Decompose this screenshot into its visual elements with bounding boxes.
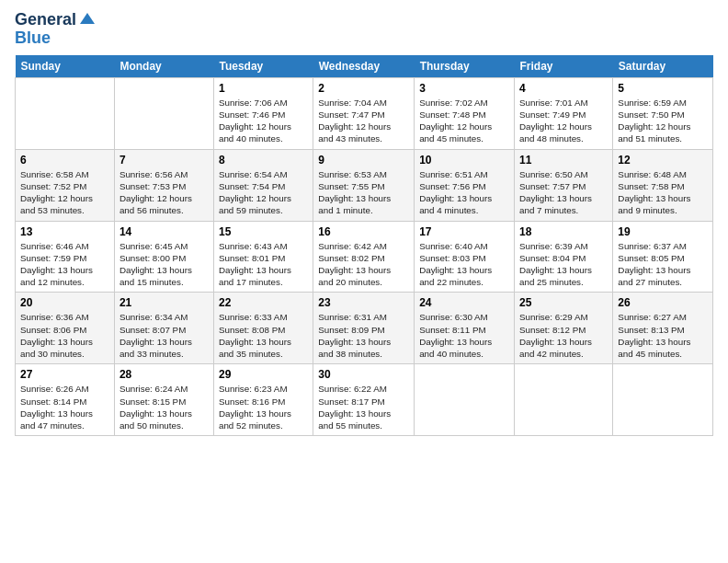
day-info: Sunrise: 6:42 AM Sunset: 8:02 PM Dayligh… (318, 240, 409, 289)
logo-blue-text: Blue (15, 29, 97, 48)
day-cell: 4Sunrise: 7:01 AM Sunset: 7:49 PM Daylig… (515, 77, 613, 149)
day-number: 16 (318, 225, 409, 238)
day-cell: 8Sunrise: 6:54 AM Sunset: 7:54 PM Daylig… (213, 149, 313, 221)
header-row: SundayMondayTuesdayWednesdayThursdayFrid… (16, 55, 713, 78)
col-header-saturday: Saturday (613, 55, 713, 78)
day-info: Sunrise: 6:31 AM Sunset: 8:09 PM Dayligh… (318, 311, 409, 360)
day-cell: 18Sunrise: 6:39 AM Sunset: 8:04 PM Dayli… (515, 221, 613, 293)
week-row-1: 1Sunrise: 7:06 AM Sunset: 7:46 PM Daylig… (16, 77, 713, 149)
day-cell: 25Sunrise: 6:29 AM Sunset: 8:12 PM Dayli… (515, 293, 613, 364)
day-number: 6 (20, 154, 109, 167)
day-info: Sunrise: 6:58 AM Sunset: 7:52 PM Dayligh… (20, 168, 109, 217)
day-info: Sunrise: 6:54 AM Sunset: 7:54 PM Dayligh… (219, 168, 308, 217)
logo-text: General (15, 11, 76, 29)
day-cell: 22Sunrise: 6:33 AM Sunset: 8:08 PM Dayli… (213, 293, 313, 364)
day-cell: 28Sunrise: 6:24 AM Sunset: 8:15 PM Dayli… (114, 364, 213, 436)
day-cell: 19Sunrise: 6:37 AM Sunset: 8:05 PM Dayli… (613, 221, 713, 293)
day-cell: 15Sunrise: 6:43 AM Sunset: 8:01 PM Dayli… (213, 221, 313, 293)
day-cell: 21Sunrise: 6:34 AM Sunset: 8:07 PM Dayli… (114, 293, 213, 364)
day-info: Sunrise: 7:04 AM Sunset: 7:47 PM Dayligh… (318, 97, 409, 145)
day-number: 26 (618, 296, 708, 309)
logo-icon (78, 11, 97, 29)
week-row-5: 27Sunrise: 6:26 AM Sunset: 8:14 PM Dayli… (16, 364, 713, 436)
day-number: 27 (20, 368, 109, 381)
day-cell: 6Sunrise: 6:58 AM Sunset: 7:52 PM Daylig… (16, 149, 115, 221)
col-header-wednesday: Wednesday (313, 55, 415, 78)
svg-marker-0 (80, 13, 95, 24)
day-cell: 1Sunrise: 7:06 AM Sunset: 7:46 PM Daylig… (213, 77, 313, 149)
day-number: 24 (419, 296, 509, 309)
day-number: 8 (219, 154, 308, 167)
day-info: Sunrise: 6:27 AM Sunset: 8:13 PM Dayligh… (618, 311, 708, 360)
day-number: 12 (618, 154, 708, 167)
week-row-4: 20Sunrise: 6:36 AM Sunset: 8:06 PM Dayli… (16, 293, 713, 364)
day-info: Sunrise: 6:39 AM Sunset: 8:04 PM Dayligh… (519, 240, 608, 289)
day-info: Sunrise: 6:26 AM Sunset: 8:14 PM Dayligh… (20, 383, 109, 431)
logo: General Blue (15, 11, 97, 48)
day-info: Sunrise: 6:40 AM Sunset: 8:03 PM Dayligh… (419, 240, 509, 289)
day-info: Sunrise: 6:24 AM Sunset: 8:15 PM Dayligh… (119, 383, 209, 431)
day-cell: 20Sunrise: 6:36 AM Sunset: 8:06 PM Dayli… (16, 293, 115, 364)
day-number: 19 (618, 225, 708, 238)
calendar-table: SundayMondayTuesdayWednesdayThursdayFrid… (15, 55, 713, 436)
day-number: 9 (318, 154, 409, 167)
day-info: Sunrise: 6:50 AM Sunset: 7:57 PM Dayligh… (519, 168, 608, 217)
day-number: 13 (20, 225, 109, 238)
day-number: 30 (318, 368, 409, 381)
day-cell: 26Sunrise: 6:27 AM Sunset: 8:13 PM Dayli… (613, 293, 713, 364)
day-number: 20 (20, 296, 109, 309)
day-cell (16, 77, 115, 149)
day-info: Sunrise: 6:51 AM Sunset: 7:56 PM Dayligh… (419, 168, 509, 217)
day-info: Sunrise: 6:43 AM Sunset: 8:01 PM Dayligh… (219, 240, 308, 289)
day-cell: 5Sunrise: 6:59 AM Sunset: 7:50 PM Daylig… (613, 77, 713, 149)
day-cell: 2Sunrise: 7:04 AM Sunset: 7:47 PM Daylig… (313, 77, 415, 149)
day-cell: 27Sunrise: 6:26 AM Sunset: 8:14 PM Dayli… (16, 364, 115, 436)
col-header-monday: Monday (114, 55, 213, 78)
day-info: Sunrise: 6:30 AM Sunset: 8:11 PM Dayligh… (419, 311, 509, 360)
day-number: 5 (618, 82, 708, 95)
day-cell: 12Sunrise: 6:48 AM Sunset: 7:58 PM Dayli… (613, 149, 713, 221)
col-header-thursday: Thursday (415, 55, 515, 78)
day-cell: 24Sunrise: 6:30 AM Sunset: 8:11 PM Dayli… (415, 293, 515, 364)
col-header-sunday: Sunday (16, 55, 115, 78)
day-info: Sunrise: 6:22 AM Sunset: 8:17 PM Dayligh… (318, 383, 409, 431)
day-cell: 13Sunrise: 6:46 AM Sunset: 7:59 PM Dayli… (16, 221, 115, 293)
day-info: Sunrise: 6:56 AM Sunset: 7:53 PM Dayligh… (119, 168, 209, 217)
day-info: Sunrise: 6:23 AM Sunset: 8:16 PM Dayligh… (219, 383, 308, 431)
day-info: Sunrise: 6:33 AM Sunset: 8:08 PM Dayligh… (219, 311, 308, 360)
day-info: Sunrise: 6:29 AM Sunset: 8:12 PM Dayligh… (519, 311, 608, 360)
day-number: 10 (419, 154, 509, 167)
day-cell (515, 364, 613, 436)
day-cell: 9Sunrise: 6:53 AM Sunset: 7:55 PM Daylig… (313, 149, 415, 221)
day-cell (114, 77, 213, 149)
day-info: Sunrise: 6:53 AM Sunset: 7:55 PM Dayligh… (318, 168, 409, 217)
day-info: Sunrise: 6:36 AM Sunset: 8:06 PM Dayligh… (20, 311, 109, 360)
day-info: Sunrise: 6:34 AM Sunset: 8:07 PM Dayligh… (119, 311, 209, 360)
day-cell: 29Sunrise: 6:23 AM Sunset: 8:16 PM Dayli… (213, 364, 313, 436)
week-row-2: 6Sunrise: 6:58 AM Sunset: 7:52 PM Daylig… (16, 149, 713, 221)
day-number: 22 (219, 296, 308, 309)
day-number: 3 (419, 82, 509, 95)
day-number: 18 (519, 225, 608, 238)
day-number: 23 (318, 296, 409, 309)
day-number: 7 (119, 154, 209, 167)
day-info: Sunrise: 6:37 AM Sunset: 8:05 PM Dayligh… (618, 240, 708, 289)
header: General Blue (15, 11, 713, 48)
day-number: 11 (519, 154, 608, 167)
day-cell (613, 364, 713, 436)
day-number: 15 (219, 225, 308, 238)
day-number: 21 (119, 296, 209, 309)
day-cell: 23Sunrise: 6:31 AM Sunset: 8:09 PM Dayli… (313, 293, 415, 364)
day-number: 2 (318, 82, 409, 95)
day-cell: 10Sunrise: 6:51 AM Sunset: 7:56 PM Dayli… (415, 149, 515, 221)
day-info: Sunrise: 6:46 AM Sunset: 7:59 PM Dayligh… (20, 240, 109, 289)
day-cell: 11Sunrise: 6:50 AM Sunset: 7:57 PM Dayli… (515, 149, 613, 221)
col-header-friday: Friday (515, 55, 613, 78)
day-info: Sunrise: 7:01 AM Sunset: 7:49 PM Dayligh… (519, 97, 608, 145)
week-row-3: 13Sunrise: 6:46 AM Sunset: 7:59 PM Dayli… (16, 221, 713, 293)
day-cell: 17Sunrise: 6:40 AM Sunset: 8:03 PM Dayli… (415, 221, 515, 293)
day-cell: 7Sunrise: 6:56 AM Sunset: 7:53 PM Daylig… (114, 149, 213, 221)
day-cell: 14Sunrise: 6:45 AM Sunset: 8:00 PM Dayli… (114, 221, 213, 293)
col-header-tuesday: Tuesday (213, 55, 313, 78)
day-number: 14 (119, 225, 209, 238)
